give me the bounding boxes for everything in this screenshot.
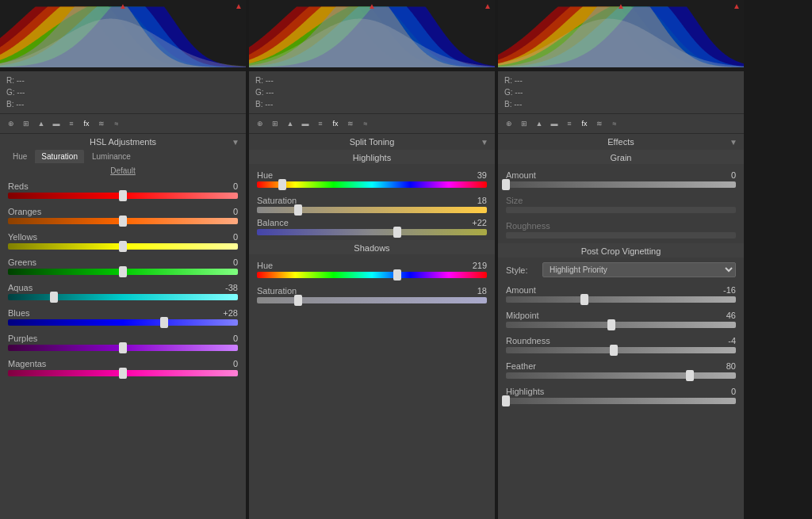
amount-track[interactable] (506, 296, 736, 303)
aquas-track[interactable] (8, 294, 238, 300)
slider-highlights-hue: Hue 39 (257, 170, 487, 188)
roundness-label: Roundness (506, 336, 550, 345)
balance-track[interactable] (257, 229, 487, 235)
yellows-thumb[interactable] (119, 241, 127, 252)
histogram-warning-right[interactable]: ▲ (235, 2, 243, 10)
amount-label: Amount (506, 285, 536, 295)
tool-lens[interactable]: ≈ (110, 117, 123, 130)
tool-hsl[interactable]: ⊕ (5, 117, 17, 130)
histogram-2: ▲ ▲ (249, 0, 495, 71)
highlights-hue-track[interactable] (257, 181, 487, 188)
highlights-section: Highlights (249, 150, 495, 164)
balance-thumb[interactable] (393, 227, 401, 238)
purples-track[interactable] (8, 345, 238, 351)
r-value-1: --- (17, 76, 25, 85)
collapse-3[interactable]: ▼ (730, 138, 737, 147)
reds-thumb[interactable] (119, 190, 127, 201)
grain-amount-track[interactable] (506, 181, 736, 188)
highlights-hue-value: 39 (465, 170, 487, 180)
shadows-hue-thumb[interactable] (393, 269, 401, 280)
rgb-readout-2: R: --- G: --- B: --- (249, 71, 495, 113)
balance-value: +22 (465, 218, 487, 227)
tool2-curves[interactable]: ▬ (299, 117, 312, 130)
tool2-fx[interactable]: fx (329, 117, 342, 130)
histogram3-warning-right[interactable]: ▲ (733, 2, 741, 10)
shadows-hue-value: 219 (465, 261, 487, 270)
shadows-sat-track[interactable] (257, 297, 487, 303)
highlights-sat-track[interactable] (257, 207, 487, 213)
collapse-2[interactable]: ▼ (481, 138, 488, 147)
slider-aquas: Aquas -38 (8, 283, 238, 300)
greens-track[interactable] (8, 269, 238, 275)
tool-fx[interactable]: fx (80, 117, 93, 130)
histogram2-warning-right[interactable]: ▲ (484, 2, 492, 10)
tool3-lens[interactable]: ≈ (608, 117, 621, 130)
slider-grain-roughness: Roughness (506, 221, 736, 239)
roundness-thumb[interactable] (610, 345, 618, 356)
tool3-curves[interactable]: ▬ (548, 117, 561, 130)
tab-saturation[interactable]: Saturation (35, 150, 84, 163)
tool2-tone[interactable]: ▲ (284, 117, 297, 130)
histogram3-warning-left[interactable]: ▲ (617, 2, 625, 10)
slider-feather: Feather 80 (506, 361, 736, 379)
roundness-track[interactable] (506, 347, 736, 353)
collapse-1[interactable]: ▼ (232, 138, 239, 147)
tool3-hsl[interactable]: ⊕ (503, 117, 515, 130)
tool3-grid[interactable]: ⊞ (518, 117, 530, 130)
tab-hue[interactable]: Hue (6, 150, 33, 163)
midpoint-track[interactable] (506, 322, 736, 328)
tool-grid[interactable]: ⊞ (20, 117, 33, 130)
magentas-label: Magentas (8, 359, 46, 368)
tab-luminance[interactable]: Luminance (86, 150, 137, 163)
rgb-readout-1: R: --- G: --- B: --- (0, 71, 246, 113)
grain-section: Grain (498, 150, 744, 164)
shadows-hue-track[interactable] (257, 272, 487, 278)
grain-amount-thumb[interactable] (502, 179, 510, 190)
blues-track[interactable] (8, 319, 238, 326)
histogram2-warning-left[interactable]: ▲ (368, 2, 376, 10)
toolbar-3: ⊕ ⊞ ▲ ▬ ≡ fx ≋ ≈ (498, 113, 744, 134)
aquas-thumb[interactable] (50, 292, 58, 303)
blues-thumb[interactable] (160, 317, 168, 328)
feather-track[interactable] (506, 372, 736, 379)
tool3-detail[interactable]: ≡ (563, 117, 576, 130)
tool2-grid[interactable]: ⊞ (269, 117, 282, 130)
oranges-track[interactable] (8, 218, 238, 224)
tool-tone[interactable]: ▲ (35, 117, 48, 130)
tool2-lens[interactable]: ≈ (359, 117, 372, 130)
panel-effects: ▲ ▲ R: --- G: --- B: --- ⊕ ⊞ ▲ ▬ ≡ fx ≋ … (498, 0, 744, 519)
greens-thumb[interactable] (119, 266, 127, 277)
slider-reds: Reds 0 (8, 181, 238, 199)
highlights-sat-thumb[interactable] (294, 204, 302, 216)
shadows-section: Shadows (249, 240, 495, 254)
oranges-thumb[interactable] (119, 216, 127, 227)
purples-thumb[interactable] (119, 342, 127, 353)
tool2-calibration[interactable]: ≋ (344, 117, 357, 130)
amount-thumb[interactable] (580, 294, 588, 305)
tool2-hsl[interactable]: ⊕ (254, 117, 266, 130)
tool-detail[interactable]: ≡ (65, 117, 78, 130)
highlights-value: 0 (714, 387, 736, 396)
magentas-thumb[interactable] (119, 368, 127, 379)
style-select[interactable]: Highlight Priority Color Priority Paint … (542, 262, 736, 277)
g-value-3: --- (515, 88, 523, 97)
tool3-tone[interactable]: ▲ (533, 117, 546, 130)
slider-oranges: Oranges 0 (8, 207, 238, 224)
shadows-sat-thumb[interactable] (294, 295, 302, 306)
yellows-track[interactable] (8, 243, 238, 250)
tool-calibration[interactable]: ≋ (95, 117, 108, 130)
tool3-calibration[interactable]: ≋ (593, 117, 606, 130)
histogram-warning-left[interactable]: ▲ (119, 2, 127, 10)
highlights-track[interactable] (506, 398, 736, 404)
reds-track[interactable] (8, 193, 238, 199)
tool2-detail[interactable]: ≡ (314, 117, 327, 130)
feather-thumb[interactable] (686, 370, 694, 381)
tool3-fx[interactable]: fx (578, 117, 591, 130)
highlights-hue-thumb[interactable] (278, 179, 286, 190)
highlights-thumb[interactable] (502, 395, 510, 406)
reds-value: 0 (216, 181, 238, 191)
midpoint-thumb[interactable] (607, 319, 615, 330)
slider-shadows-saturation: Saturation 18 (257, 286, 487, 303)
magentas-track[interactable] (8, 370, 238, 376)
tool-curves[interactable]: ▬ (50, 117, 63, 130)
